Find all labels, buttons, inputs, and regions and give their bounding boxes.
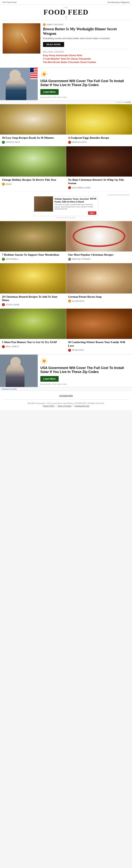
grid-text-christmas-dessert: Our Most Popular Christmas Recipes MARTH…: [66, 253, 132, 261]
ad2-headline: USA Government Will Cover The Full Cost …: [40, 366, 129, 374]
grid-img-christmas-dessert: [66, 221, 132, 251]
grid-row-2: Vintage Holiday Recipes To Revive This Y…: [0, 146, 132, 192]
grid-text-brunch: 29 Christmas Brunch Recipes To Add To Yo…: [0, 295, 66, 306]
grid-row-5: 5 Sheet Pan Dinners You've Got To Try AS…: [0, 309, 132, 354]
grid-row-3: 7 Bedtime Snacks To Support Your Metabol…: [0, 221, 132, 263]
hero-section: SIMPLY RECIPES Brown Butter Is My Weekni…: [0, 20, 132, 67]
svg-line-14: [42, 359, 42, 359]
hero-content: SIMPLY RECIPES Brown Butter Is My Weekni…: [43, 23, 129, 64]
header-icon: 🍴: [0, 16, 132, 19]
grid-img-bedtime: [0, 221, 66, 251]
ad-mid-go-button[interactable]: GO !: [88, 211, 96, 215]
hero-description: Everything sounds and tastes better when…: [43, 37, 129, 40]
footer-privacy-link[interactable]: Privacy Policy: [43, 405, 54, 407]
grid-section-1: 30 Easy Soup Recipes Ready In 30 Minutes…: [0, 104, 132, 192]
svg-line-16: [46, 359, 47, 359]
grid-source-nobake: SOUTHERN LIVING: [68, 186, 130, 189]
svg-line-17: [42, 363, 42, 364]
bhg-logo: [2, 183, 5, 186]
ad2-powered-source: Smartly: [11, 388, 17, 390]
site-header: THE FOOD FEED 🍴: [0, 5, 132, 20]
related-link-1[interactable]: Easy Peasy Homemade Dinner Rolls: [43, 54, 129, 57]
footer-unsubscribe-link[interactable]: Unsubscribe here: [75, 405, 89, 407]
grid-title-soup: 30 Easy Soup Recipes Ready In 30 Minutes: [2, 136, 64, 140]
grid-text-soup: 30 Easy Soup Recipes Ready In 30 Minutes…: [0, 136, 66, 144]
eatingwell-logo: [2, 258, 5, 261]
spruce-eats-logo: [2, 141, 5, 144]
grid-img-soup: [0, 104, 66, 134]
grid-title-vintage: Vintage Holiday Recipes To Revive This Y…: [2, 178, 64, 182]
grid-title-bedtime: 7 Bedtime Snacks To Support Your Metabol…: [2, 253, 64, 257]
grid-item-roasts[interactable]: 50 Comforting Winter Roasts Your Family …: [66, 309, 132, 354]
ad-mid-content: $59.99 Holiday Signature Tower, Assorted…: [53, 196, 98, 216]
grid-img-potato-soup: [66, 263, 132, 293]
ad1-cta-button[interactable]: Learn More: [40, 89, 59, 95]
sun-icon-2: [40, 357, 48, 365]
grid-title-eggs: A Foolproof Eggs Benedict Recipe: [68, 136, 130, 140]
grid-item-nobake[interactable]: No-Bake Christmas Desserts To Whip Up Th…: [66, 146, 132, 192]
ad2-cta-button[interactable]: Learn More: [40, 376, 59, 382]
unsubscribe-link[interactable]: Unsubscribe: [59, 394, 73, 397]
source-label-roasts: MYRECIPES: [72, 349, 84, 351]
grid-img-vintage: [0, 146, 66, 177]
source-label-bedtime: EATINGWELL: [6, 258, 19, 260]
footer-terms-link[interactable]: Terms of Service: [57, 405, 72, 407]
ad2-sponsor: Sponsored By | Solar Advice Today: [40, 383, 129, 385]
footer: Unsubscribe Meredith Corporation, 1716 L…: [0, 391, 132, 410]
grid-title-sheetpan: 5 Sheet Pan Dinners You've Got To Try AS…: [2, 340, 64, 344]
grid-item-soup[interactable]: 30 Easy Soup Recipes Ready In 30 Minutes…: [0, 104, 66, 146]
svg-line-7: [46, 72, 47, 72]
grid-img-eggs: [66, 104, 132, 134]
top-nav-right[interactable]: Get Allrecipes Magazine: [107, 1, 130, 3]
grid-source-sheetpan: REAL SIMPLE: [2, 345, 64, 348]
grid-item-eggs[interactable]: A Foolproof Eggs Benedict Recipe SERIOUS…: [66, 104, 132, 146]
ad-mid-label: Powered by Harry and David: [2, 194, 130, 196]
southern-living-logo: [68, 186, 71, 189]
flag-icon: [30, 68, 38, 79]
ad1-label: Powered by Smartly: [0, 100, 132, 104]
ad-mid-image: [34, 196, 53, 212]
hero-source-name: SIMPLY RECIPES: [47, 24, 63, 26]
ad1-headline: USA Government Will Cover The Full Cost …: [40, 79, 129, 87]
ad1-image: [0, 68, 38, 100]
grid-source-roasts: MYRECIPES: [68, 349, 130, 352]
site-title: FOOD FEED: [0, 8, 132, 16]
ad-banner-1: USA Government Will Cover The Full Cost …: [0, 67, 132, 100]
svg-point-0: [42, 72, 46, 76]
grid-source-potato-soup: ALLRECIPES: [68, 300, 130, 303]
grid-source-soup: SPRUCE EATS: [2, 141, 64, 144]
grid-item-potato-soup[interactable]: German Potato Bacon Soup ALLRECIPES: [66, 263, 132, 309]
source-label-nobake: SOUTHERN LIVING: [72, 187, 91, 189]
source-label-sheetpan: REAL SIMPLE: [6, 345, 19, 348]
grid-row-1: 30 Easy Soup Recipes Ready In 30 Minutes…: [0, 104, 132, 146]
grid-source-christmas-dessert: MARTHA STEWART: [68, 258, 130, 261]
grid-img-sheetpan: [0, 309, 66, 339]
grid-title-roasts: 50 Comforting Winter Roasts Your Family …: [68, 340, 130, 348]
allrecipes-logo: [68, 300, 71, 303]
grid-img-nobake: [66, 146, 132, 177]
grid-source-brunch: FOOD & WINE: [2, 303, 64, 306]
top-nav-left[interactable]: The Food Feed: [2, 1, 16, 3]
grid-item-bedtime[interactable]: 7 Bedtime Snacks To Support Your Metabol…: [0, 221, 66, 263]
read-more-button[interactable]: READ MORE: [43, 42, 64, 47]
grid-item-vintage[interactable]: Vintage Holiday Recipes To Revive This Y…: [0, 146, 66, 192]
grid-item-christmas-dessert[interactable]: Our Most Popular Christmas Recipes MARTH…: [66, 221, 132, 263]
grid-text-bedtime: 7 Bedtime Snacks To Support Your Metabol…: [0, 253, 66, 261]
myrecipes-logo: [68, 349, 71, 352]
source-logo-dot: [43, 23, 46, 26]
source-label-vintage: BH&G: [6, 183, 11, 185]
footer-links: Privacy Policy | Terms of Service | Unsu…: [3, 405, 129, 407]
grid-title-brunch: 29 Christmas Brunch Recipes To Add To Yo…: [2, 295, 64, 302]
ad1-content: USA Government Will Cover The Full Cost …: [38, 68, 132, 100]
grid-item-brunch[interactable]: 29 Christmas Brunch Recipes To Add To Yo…: [0, 263, 66, 309]
related-link-3[interactable]: The Best Brown Butter Chocolate Chunk Co…: [43, 61, 129, 64]
hero-title: Brown Butter Is My Weeknight Dinner Secr…: [43, 27, 129, 36]
ad-mid-price: $59.99: [90, 197, 96, 200]
related-link-2[interactable]: A Cold-Weather Twist On Classic Panzanel…: [43, 58, 129, 60]
ad2-content: USA Government Will Cover The Full Cost …: [38, 354, 132, 387]
grid-text-potato-soup: German Potato Bacon Soup ALLRECIPES: [66, 295, 132, 303]
grid-item-sheetpan[interactable]: 5 Sheet Pan Dinners You've Got To Try AS…: [0, 309, 66, 354]
ad-mid-description: This tower of treats is packed with icon…: [54, 204, 96, 210]
svg-point-9: [42, 359, 46, 363]
grid-text-vintage: Vintage Holiday Recipes To Revive This Y…: [0, 178, 66, 186]
